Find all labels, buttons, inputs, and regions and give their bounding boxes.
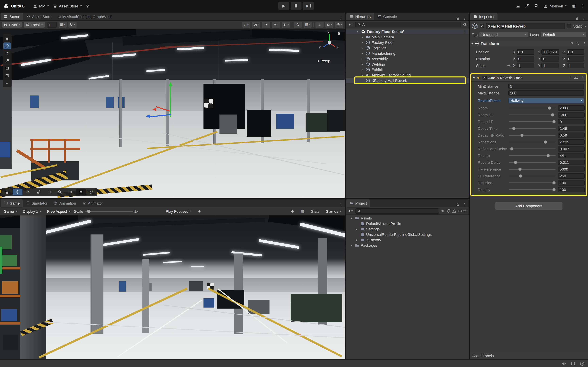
grid-visibility-dropdown[interactable]: ▦▾ [58,22,67,28]
slider-knob[interactable] [514,161,517,164]
project-more-icon[interactable]: ⋮ [463,202,467,207]
hierarchy-item-main-camera[interactable]: ▸Main Camera [346,34,469,40]
static-checkbox[interactable] [567,24,571,28]
project-item-urp-global-settings[interactable]: UniversalRenderPipelineGlobalSettings [346,232,469,237]
scale-tool-button[interactable] [34,189,43,195]
project-item-settings[interactable]: ▸Settings [346,226,469,232]
tab-animation[interactable]: Animation [51,200,79,207]
slider-knob[interactable] [87,209,90,213]
warnings-icon[interactable] [452,209,456,213]
scale-tool-button[interactable] [3,58,11,64]
presets-icon[interactable] [574,76,578,80]
link-scale-icon[interactable] [507,64,511,68]
help-icon[interactable]: ? [569,76,571,80]
active-checkbox[interactable]: ✓ [480,24,484,28]
pivot-dropdown[interactable]: Pivot▾ [2,22,22,27]
decay-hf-ratio-field[interactable]: 0.59 [558,133,585,138]
component-more-icon[interactable]: ⋮ [581,75,585,80]
foldout-arrow-icon[interactable]: ▾ [473,75,475,80]
tag-dropdown[interactable]: Untagged▾ [479,32,528,37]
add-component-button[interactable]: Add Component [495,202,562,210]
game-viewport[interactable] [0,216,345,359]
hf-reference-field[interactable]: 5000 [558,167,585,172]
expand-arrow-icon[interactable]: ▸ [361,52,364,55]
tab-game[interactable]: Game [1,200,23,207]
expand-arrow-icon[interactable]: ▾ [356,30,359,33]
slider-knob[interactable] [512,127,516,130]
scale-slider[interactable] [85,209,132,214]
diffusion-slider[interactable] [509,180,556,185]
history-icon[interactable]: ↺ [525,3,529,8]
position-z-field[interactable]: 0.1 [566,49,584,55]
reflections-delay-field[interactable]: 0.007 [558,146,585,151]
slider-knob[interactable] [552,188,556,191]
expand-arrow-icon[interactable]: ▸ [355,238,359,242]
presets-icon[interactable] [576,42,580,46]
slider-knob[interactable] [519,174,522,178]
effects-dropdown[interactable]: ▾ [282,22,290,28]
slider-knob[interactable] [547,154,550,157]
lf-reference-field[interactable]: 250 [558,173,585,179]
room-field[interactable]: -1000 [558,105,585,111]
layout-grid-icon[interactable]: ▦ [571,3,576,8]
expand-arrow-icon[interactable]: ▸ [361,68,364,71]
scene-viewport[interactable]: y x z < Persp ↺ + ↺ [0,29,345,198]
hf-reference-slider[interactable] [509,167,556,172]
hierarchy-item-logistics[interactable]: ▸Logistics [346,45,469,51]
reflections-delay-slider[interactable] [509,146,556,151]
search-icon[interactable] [534,4,538,8]
hierarchy-item-factory-floor[interactable]: ▸Factory Floor [346,40,469,45]
component-more-icon[interactable]: ⋮ [583,41,586,46]
local-dropdown[interactable]: ◎ Local▾ [24,22,45,27]
diffusion-field[interactable]: 100 [558,180,585,185]
tab-animator[interactable]: Animator [79,200,106,207]
min-distance-field[interactable]: 5 [508,83,584,89]
camera-tool-button[interactable] [76,189,86,195]
expand-arrow-icon[interactable]: ▸ [361,73,364,77]
project-item-assets[interactable]: ▾Assets [346,216,469,221]
expand-arrow-icon[interactable]: ▸ [355,227,359,231]
hierarchy-scene-root[interactable]: ▾ Factory Floor Scene* ⋮ [346,29,469,34]
perspective-label[interactable]: < Persp [317,59,330,63]
version-control-button[interactable] [86,4,90,8]
room-slider[interactable] [509,106,556,110]
pan-tool-button[interactable] [65,189,75,195]
reverb-slider[interactable] [509,153,556,158]
lock-icon[interactable] [456,203,460,207]
2d-toggle[interactable]: 2D [252,22,260,28]
search-options-icon[interactable] [463,22,467,26]
lock-icon[interactable] [575,16,579,20]
project-item-packages[interactable]: ▸Packages [346,243,469,248]
tab-inspector[interactable]: Inspector [470,13,498,20]
audio-toggle[interactable] [272,22,280,28]
slider-knob[interactable] [551,113,554,117]
rect-tool-button[interactable] [44,189,54,195]
hierarchy-item-assembly[interactable]: ▸Assembly [346,56,469,61]
tab-scene[interactable]: Scene [1,13,23,20]
create-asset-button[interactable]: +▾ [347,209,354,213]
zoom-tool-button[interactable] [55,189,65,195]
room-hf-slider[interactable] [509,112,556,117]
draw-mode-dropdown[interactable]: ◐▾ [242,22,251,28]
scale-y-field[interactable]: 1 [542,63,559,68]
position-y-field[interactable]: 1.66979 [542,49,559,55]
scale-x-field[interactable]: 1 [517,63,534,68]
tab-console[interactable]: Console [374,13,400,20]
tab-graph-window[interactable]: Unity.VisualScripting.GraphWind [54,13,114,20]
audio-reverb-zone-header[interactable]: ▾ ✓ Audio Reverb Zone ? ⋮ [471,74,586,82]
custom-tool-button[interactable]: + [3,80,11,87]
gizmos-dropdown[interactable]: ◎▾ [335,22,343,28]
lf-reference-slider[interactable] [509,174,556,178]
reverb-delay-slider[interactable] [509,160,556,165]
rotation-y-field[interactable]: 0 [542,56,559,61]
hierarchy-search-input[interactable]: All [355,22,461,27]
layer-dropdown[interactable]: Default▾ [541,32,586,37]
orientation-tool-button[interactable]: ◎ [86,189,96,195]
room-lf-field[interactable]: 0 [558,119,585,124]
gizmos-dropdown[interactable]: Gizmos▾ [323,208,343,214]
project-item-xfactory[interactable]: ▸XFactory [346,237,469,243]
package-icon[interactable] [571,361,575,366]
density-slider[interactable] [509,187,556,192]
slider-knob[interactable] [552,181,556,184]
hidden-objects-toggle[interactable]: ⊘ [294,22,302,28]
